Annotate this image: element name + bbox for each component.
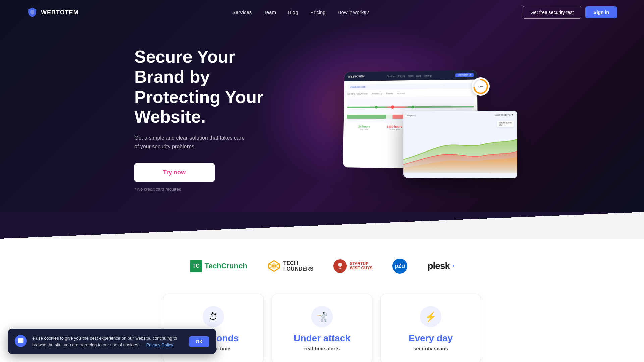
mock-logo: WEBTOTEM [348, 75, 365, 78]
shield-icon [27, 7, 38, 18]
partner-pzu: pZu [392, 259, 407, 274]
nav-team[interactable]: Team [264, 9, 276, 15]
no-credit-card-note: * No credit card required [134, 187, 288, 192]
partner-plesk: plesk [427, 261, 454, 272]
mock-nav: Services Pricing Team Blog Settings [387, 74, 432, 77]
chat-icon [15, 335, 27, 347]
cookie-text: e use cookies to give you the best exper… [32, 335, 183, 348]
privacy-policy-link[interactable]: Privacy Policy [146, 342, 173, 347]
card-attack-value: Under attack [282, 333, 362, 344]
hero-section: Secure Your Brand by Protecting Your Web… [0, 0, 644, 212]
svg-text:72%: 72% [478, 85, 483, 88]
svg-point-14 [338, 263, 342, 267]
card-timer-icon: ⏱ [203, 306, 224, 327]
mock-circle-progress: 72% [472, 77, 490, 96]
nav-how-it-works[interactable]: How it works? [338, 9, 369, 15]
try-now-button[interactable]: Try now [134, 163, 215, 182]
nav-services[interactable]: Services [232, 9, 252, 15]
techcrunch-label: TechCrunch [205, 262, 247, 270]
svg-point-1 [391, 106, 394, 109]
card-attack-label: real-time alerts [282, 346, 362, 351]
card-everyday-icon: ⚡ [420, 306, 441, 327]
techfounders-icon [267, 259, 281, 273]
nav-links: Services Team Blog Pricing How it works? [232, 9, 369, 15]
partners-logos: TC TechCrunch TECH FOUNDERS [27, 259, 617, 274]
wiseguys-text: STARTUP WISE GUYS [350, 262, 372, 270]
hero-subtitle: Get a simple and clear solution that tak… [134, 134, 248, 151]
techcrunch-icon: TC [190, 260, 202, 272]
mock-second-card: Reports Last 30 days ▼ [403, 111, 517, 178]
plesk-label: plesk [427, 261, 450, 272]
svg-point-2 [375, 106, 378, 109]
card-everyday: ⚡ Every day security scans [380, 294, 481, 362]
hero-right: WEBTOTEM Services Pricing Team Blog Sett… [309, 71, 510, 168]
nav-pricing[interactable]: Pricing [310, 9, 326, 15]
nav-blog[interactable]: Blog [288, 9, 298, 15]
cookie-ok-button[interactable]: OK [189, 336, 209, 347]
wiseguys-icon [333, 259, 347, 273]
plesk-dot [453, 265, 454, 267]
cookie-banner: e use cookies to give you the best exper… [8, 329, 216, 354]
svg-point-3 [411, 106, 414, 108]
get-security-test-button[interactable]: Get free security test [523, 6, 581, 19]
mock-secure-btn: SECURE IT [455, 73, 474, 77]
sign-in-button[interactable]: Sign in [585, 6, 617, 18]
hero-left: Secure Your Brand by Protecting Your Web… [134, 47, 288, 192]
hero-title: Secure Your Brand by Protecting Your Web… [134, 47, 288, 127]
card-attack: 🤺 Under attack real-time alerts [272, 294, 372, 362]
partner-wiseguys: STARTUP WISE GUYS [333, 259, 372, 273]
card-attack-icon: 🤺 [311, 306, 333, 327]
nav-actions: Get free security test Sign in [523, 6, 617, 19]
svg-rect-5 [347, 115, 386, 119]
hero-content: Secure Your Brand by Protecting Your Web… [107, 27, 537, 212]
mock-label-right: Hacking thesite → [497, 121, 514, 127]
mock-tabs: Up time / Down time Availability Events … [347, 92, 474, 95]
pzu-icon: pZu [392, 259, 407, 274]
logo[interactable]: WEBTOTEM [27, 7, 79, 18]
brand-name: WEBTOTEM [41, 9, 79, 16]
card-everyday-label: security scans [391, 346, 471, 351]
partners-section: TC TechCrunch TECH FOUNDERS [0, 239, 644, 287]
partner-techfounders: TECH FOUNDERS [267, 259, 314, 273]
partner-techcrunch: TC TechCrunch [190, 260, 247, 272]
diagonal-separator [0, 212, 644, 239]
mock-url: example.com [347, 83, 474, 90]
mock-chart2: Reports Last 30 days ▼ [403, 111, 517, 178]
card-everyday-value: Every day [391, 333, 471, 344]
navbar: WEBTOTEM Services Team Blog Pricing How … [0, 0, 644, 25]
svg-rect-0 [347, 106, 474, 108]
techfounders-text: TECH FOUNDERS [283, 260, 314, 272]
